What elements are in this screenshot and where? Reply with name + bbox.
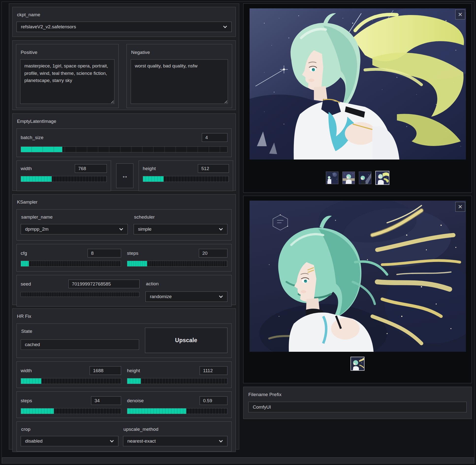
steps-col: steps 20 — [127, 249, 227, 267]
batch-size-label: batch_size — [21, 135, 44, 140]
positive-label: Positive — [21, 50, 114, 55]
batch-size-slider[interactable] — [21, 146, 227, 152]
resize-grip-icon[interactable] — [110, 99, 114, 103]
thumbnail-4-selected[interactable] — [375, 171, 389, 185]
seed-label: seed — [21, 281, 31, 287]
ksampler-title: KSampler — [17, 199, 232, 205]
gallery-thumbnails — [243, 171, 472, 185]
action-label: action — [146, 281, 227, 287]
seed-action-group: seed 701999972768585 action randomize — [16, 275, 232, 306]
preview-card-2: ✕ — [243, 196, 472, 383]
cfg-input[interactable]: 8 — [88, 249, 121, 257]
generated-image-2[interactable] — [250, 201, 466, 352]
hr-steps-input[interactable]: 34 — [91, 396, 121, 405]
crop-label: crop — [21, 427, 118, 432]
hrfix-title: HR Fix — [17, 314, 232, 319]
denoise-slider[interactable] — [127, 408, 227, 414]
close-icon[interactable]: ✕ — [455, 10, 465, 19]
width-input[interactable]: 768 — [75, 164, 107, 173]
seed-input[interactable]: 701999972768585 — [68, 280, 140, 288]
crop-col: crop disabled — [21, 427, 118, 446]
hr-height-label: height — [127, 368, 140, 373]
batch-size-group: batch_size 4 — [16, 128, 232, 157]
ckpt-name-select[interactable]: refslaveV2_v2.safetensors — [16, 22, 232, 32]
seed-col: seed 701999972768585 — [21, 280, 140, 302]
hr-width-label: width — [21, 368, 32, 373]
cfg-label: cfg — [21, 251, 27, 256]
batch-size-input[interactable]: 4 — [202, 133, 227, 142]
hr-steps-denoise-group: steps 34 denoise 0.59 — [16, 391, 232, 418]
denoise-input[interactable]: 0.59 — [200, 396, 227, 405]
hrfix-section: HR Fix State cached Upscale width 1688 — [12, 308, 236, 452]
steps-slider[interactable] — [127, 261, 227, 267]
state-col: State cached — [21, 328, 139, 353]
comfyui-workspace: ckpt_name refslaveV2_v2.safetensors Posi… — [0, 0, 476, 465]
upscale-method-select[interactable]: nearest-exact — [123, 436, 227, 446]
state-value: cached — [21, 339, 139, 350]
ckpt-name-value: refslaveV2_v2.safetensors — [21, 24, 76, 30]
thumbnail-2[interactable] — [342, 172, 355, 184]
chevron-down-icon — [219, 227, 223, 231]
prompts-section: Positive masterpiece, 1girl, space opera… — [12, 40, 236, 110]
negative-label: Negative — [131, 50, 228, 55]
swap-arrows-icon: ↔ — [122, 172, 128, 180]
scheduler-select[interactable]: simple — [134, 224, 227, 234]
resize-grip-icon[interactable] — [223, 99, 227, 103]
checkpoint-section: ckpt_name refslaveV2_v2.safetensors — [12, 7, 236, 37]
chevron-down-icon — [110, 439, 114, 443]
upscale-button[interactable]: Upscale — [145, 328, 227, 353]
seed-slider[interactable] — [21, 292, 140, 297]
positive-prompt-group: Positive masterpiece, 1girl, space opera… — [16, 44, 119, 108]
steps-label: steps — [127, 251, 138, 256]
hr-height-input[interactable]: 1112 — [200, 366, 227, 375]
bottom-bar — [2, 457, 474, 464]
action-col: action randomize — [145, 280, 227, 302]
hr-steps-label: steps — [21, 398, 32, 403]
generated-image-1[interactable] — [250, 8, 466, 160]
sampler-name-label: sampler_name — [21, 214, 128, 220]
scheduler-label: scheduler — [134, 214, 227, 220]
width-label: width — [21, 166, 32, 171]
sampler-scheduler-group: sampler_name dpmpp_2m scheduler simple — [16, 209, 232, 241]
empty-latent-section: EmptyLatentImage batch_size 4 width 768 — [12, 113, 236, 191]
denoise-col: denoise 0.59 — [127, 396, 227, 414]
thumbnail-3[interactable] — [359, 172, 371, 184]
ksampler-section: KSampler sampler_name dpmpp_2m scheduler… — [12, 194, 236, 305]
crop-upscale-method-group: crop disabled upscale_method nearest-exa… — [16, 421, 232, 451]
swap-dimensions-button[interactable]: ↔ — [116, 163, 133, 188]
filename-prefix-input[interactable]: ComfyUI — [248, 402, 467, 412]
thumbnail-1-selected[interactable] — [350, 357, 365, 371]
height-input[interactable]: 512 — [198, 164, 229, 173]
thumbnail-1[interactable] — [326, 172, 338, 184]
scheduler-col: scheduler simple — [134, 214, 227, 234]
hr-steps-slider[interactable] — [21, 408, 121, 414]
settings-column: ckpt_name refslaveV2_v2.safetensors Posi… — [9, 3, 239, 449]
close-icon[interactable]: ✕ — [455, 202, 465, 212]
sampler-name-select[interactable]: dpmpp_2m — [21, 224, 128, 234]
chevron-down-icon — [119, 227, 123, 231]
height-group: height 512 — [139, 160, 233, 191]
negative-prompt-textarea[interactable]: worst quality, bad quality, nsfw — [131, 59, 228, 104]
crop-select[interactable]: disabled — [21, 436, 118, 446]
width-group: width 768 — [16, 160, 111, 191]
filename-prefix-label: Filename Prefix — [248, 392, 467, 397]
positive-prompt-textarea[interactable]: masterpiece, 1girl, space opera, portrai… — [20, 59, 114, 104]
height-slider[interactable] — [143, 176, 229, 182]
gallery-thumbnails — [243, 357, 472, 371]
upscale-method-col: upscale_method nearest-exact — [123, 427, 227, 446]
upscale-method-label: upscale_method — [124, 427, 227, 432]
cfg-slider[interactable] — [21, 261, 121, 267]
hr-width-col: width 1688 — [21, 366, 121, 384]
hr-width-slider[interactable] — [21, 378, 121, 384]
cfg-steps-group: cfg 8 steps 20 — [16, 244, 232, 272]
hr-dimensions-group: width 1688 height 1112 — [16, 361, 232, 388]
hr-steps-col: steps 34 — [21, 396, 121, 414]
dimensions-row: width 768 ↔ height 512 — [16, 160, 232, 191]
hr-width-input[interactable]: 1688 — [90, 366, 121, 375]
sampler-col: sampler_name dpmpp_2m — [21, 214, 128, 234]
width-slider[interactable] — [21, 176, 107, 182]
action-select[interactable]: randomize — [145, 291, 227, 302]
steps-input[interactable]: 20 — [199, 249, 227, 257]
chevron-down-icon — [219, 439, 223, 443]
hr-height-slider[interactable] — [127, 378, 227, 384]
